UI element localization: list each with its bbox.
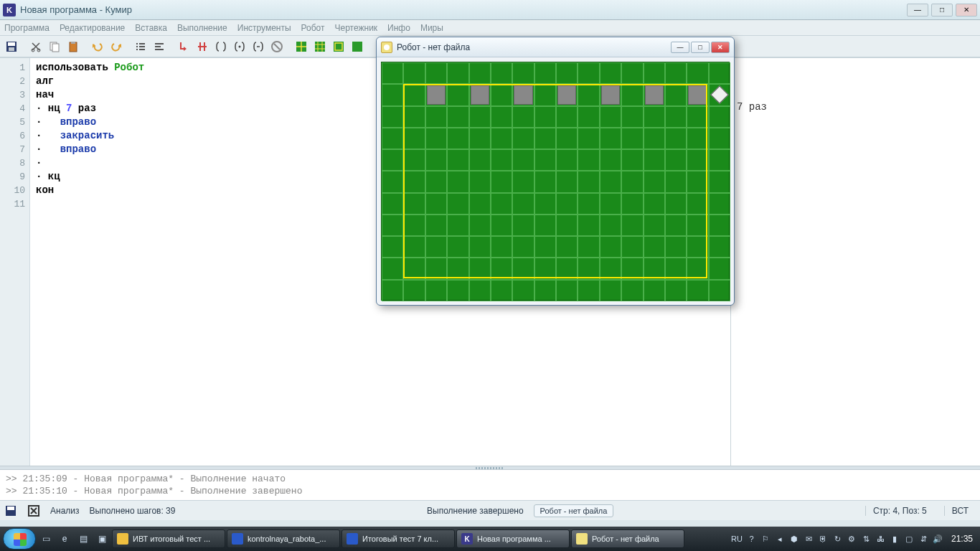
svg-rect-9 <box>136 43 138 44</box>
save-status-icon[interactable] <box>4 504 17 517</box>
grid1-icon[interactable] <box>293 38 310 55</box>
app-icon: K <box>3 4 16 17</box>
status-exec: Выполнение завершено <box>427 506 524 516</box>
grid2-icon[interactable] <box>311 38 329 55</box>
line-number: 6 <box>0 129 25 143</box>
redo-icon[interactable] <box>108 38 125 55</box>
field-cell <box>425 280 447 301</box>
field-cell <box>709 106 730 128</box>
task-label: kontrolnaya_rabota_... <box>248 534 326 543</box>
field-cell <box>644 280 665 301</box>
field-cell <box>709 128 730 149</box>
paste-icon[interactable] <box>65 38 82 55</box>
menu-item[interactable]: Выполнение <box>177 23 227 33</box>
statusbar: Анализ Выполнено шагов: 39 Выполнение за… <box>0 500 980 520</box>
grid3-icon[interactable] <box>330 38 347 55</box>
save-icon[interactable] <box>3 38 20 55</box>
tray-gear-icon[interactable]: ⚙ <box>847 534 857 545</box>
close-button[interactable]: ✕ <box>956 4 977 17</box>
tray-volume-icon[interactable]: 🔊 <box>933 534 943 545</box>
robot-window[interactable]: Робот - нет файла — □ ✕ <box>376 37 735 306</box>
taskbar-task[interactable]: Итоговый тест 7 кл... <box>341 529 455 548</box>
stop-icon[interactable] <box>268 38 286 55</box>
line-number: 3 <box>0 88 25 102</box>
menu-item[interactable]: Инструменты <box>237 23 291 33</box>
window-title: Новая программа - Кумир <box>20 4 907 15</box>
field-cell <box>403 280 425 301</box>
tray-chat-icon[interactable]: ✉ <box>804 534 814 545</box>
tray-usb-icon[interactable]: ⇅ <box>861 534 872 545</box>
list-icon[interactable] <box>132 38 149 55</box>
field-cell <box>687 62 708 84</box>
status-position: Стр: 4, Поз: 5 <box>865 506 934 516</box>
robot-maximize-button[interactable]: □ <box>691 42 710 53</box>
tray-shield-icon[interactable]: ⛨ <box>818 534 829 545</box>
menu-item[interactable]: Вставка <box>135 23 167 33</box>
system-tray: RU ? ⚐ ◂ ⬢ ✉ ⛨ ↻ ⚙ ⇅ 🖧 ▮ ▢ ⇵ 🔊 21:35 <box>731 534 977 545</box>
ql-desktop-icon[interactable]: ▤ <box>75 529 92 548</box>
tray-battery-icon[interactable]: ▮ <box>890 534 900 545</box>
tray-antivirus-icon[interactable]: ⬢ <box>789 534 800 545</box>
align-icon[interactable] <box>151 38 168 55</box>
menu-item[interactable]: Инфо <box>387 23 410 33</box>
field-cell <box>382 84 403 105</box>
braces2-icon[interactable] <box>231 38 248 55</box>
output-console[interactable]: >> 21:35:09 - Новая программа* - Выполне… <box>0 470 980 500</box>
tray-help-icon[interactable]: ? <box>746 534 757 545</box>
menu-item[interactable]: Робот <box>301 23 325 33</box>
field-cell <box>665 62 687 84</box>
titlebar: K Новая программа - Кумир — □ ✕ <box>0 0 980 20</box>
lang-indicator[interactable]: RU <box>731 534 743 543</box>
status-chip[interactable]: Робот - нет файла <box>534 504 614 517</box>
maximize-button[interactable]: □ <box>931 4 953 17</box>
step-over-icon[interactable] <box>194 38 211 55</box>
ql-ie-icon[interactable]: e <box>56 529 73 548</box>
menu-item[interactable]: Редактирование <box>60 23 125 33</box>
copy-icon[interactable] <box>46 38 63 55</box>
tray-arrow-icon[interactable]: ◂ <box>775 534 786 545</box>
tray-flag-icon[interactable]: ⚐ <box>760 534 771 545</box>
robot-icon <box>381 42 392 53</box>
taskbar-task[interactable]: kontrolnaya_rabota_... <box>227 529 340 548</box>
clock[interactable]: 21:35 <box>947 534 977 544</box>
svg-rect-1 <box>8 42 15 46</box>
field-cell <box>600 62 621 84</box>
tray-display-icon[interactable]: ▢ <box>904 534 915 545</box>
taskbar-task[interactable]: Робот - нет файла <box>571 529 684 548</box>
robot-field[interactable] <box>381 62 730 301</box>
taskbar-task[interactable]: KНовая программа ... <box>456 529 570 548</box>
task-icon <box>576 533 588 545</box>
line-number: 11 <box>0 197 25 211</box>
menu-item[interactable]: Миры <box>420 23 443 33</box>
menu-item[interactable]: Чертежник <box>335 23 378 33</box>
step-into-icon[interactable] <box>175 38 192 55</box>
robot-minimize-button[interactable]: — <box>671 42 689 53</box>
field-cell <box>382 215 403 236</box>
robot-close-button[interactable]: ✕ <box>711 42 730 53</box>
field-cell <box>382 62 403 84</box>
grid4-icon[interactable] <box>349 38 366 55</box>
menu-item[interactable]: Программа <box>4 23 50 33</box>
robot-titlebar[interactable]: Робот - нет файла — □ ✕ <box>377 37 734 57</box>
tray-update-icon[interactable]: ↻ <box>832 534 843 545</box>
error-status-icon[interactable] <box>27 504 40 517</box>
field-cell <box>556 62 578 84</box>
ql-media-icon[interactable]: ▣ <box>93 529 110 548</box>
field-cell <box>534 62 556 84</box>
svg-rect-8 <box>71 42 75 44</box>
taskbar-task[interactable]: ИВТ итоговый тест ... <box>112 529 225 548</box>
tray-wifi-icon[interactable]: ⇵ <box>918 534 929 545</box>
minimize-button[interactable]: — <box>907 4 928 17</box>
field-cell <box>382 193 403 215</box>
undo-icon[interactable] <box>89 38 106 55</box>
svg-rect-16 <box>155 46 161 47</box>
tray-network-icon[interactable]: 🖧 <box>875 534 886 545</box>
cut-icon[interactable] <box>27 38 44 55</box>
ql-explorer-icon[interactable]: ▭ <box>37 529 55 548</box>
braces-icon[interactable] <box>212 38 230 55</box>
field-cell <box>665 280 687 301</box>
svg-rect-14 <box>139 49 145 50</box>
svg-point-18 <box>239 45 241 47</box>
start-button[interactable] <box>3 528 36 550</box>
braces3-icon[interactable] <box>250 38 267 55</box>
